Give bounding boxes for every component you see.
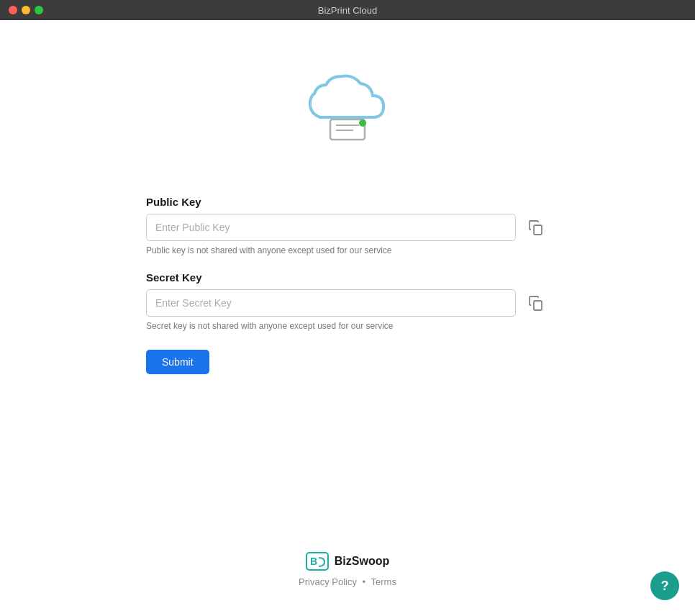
footer-links: Privacy Policy • Terms <box>299 576 396 587</box>
secret-key-hint: Secret key is not shared with anyone exc… <box>146 321 549 331</box>
footer-brand-name: BizSwoop <box>335 555 389 568</box>
footer-separator: • <box>363 576 366 587</box>
terms-link[interactable]: Terms <box>371 576 396 587</box>
bizswoop-logo-icon: B <box>306 552 329 571</box>
public-key-label: Public Key <box>146 196 549 208</box>
footer-brand: B BizSwoop <box>306 552 389 571</box>
secret-key-input[interactable] <box>146 289 516 317</box>
svg-text:B: B <box>310 556 317 567</box>
app-logo <box>297 63 398 153</box>
svg-point-3 <box>359 119 366 127</box>
copy-icon <box>527 294 545 312</box>
copy-icon <box>527 219 545 236</box>
help-button[interactable]: ? <box>650 571 679 600</box>
svg-rect-4 <box>534 225 542 235</box>
secret-key-label: Secret Key <box>146 271 549 284</box>
svg-rect-5 <box>534 301 542 310</box>
main-content: Public Key Public key is not shared with… <box>0 20 695 616</box>
minimize-button[interactable] <box>22 6 30 14</box>
public-key-input[interactable] <box>146 214 516 241</box>
window-controls <box>9 6 43 14</box>
privacy-policy-link[interactable]: Privacy Policy <box>299 576 357 587</box>
key-form: Public Key Public key is not shared with… <box>146 196 549 374</box>
window-title: BizPrint Cloud <box>318 5 377 16</box>
close-button[interactable] <box>9 6 17 14</box>
copy-public-key-button[interactable] <box>523 214 549 240</box>
titlebar: BizPrint Cloud <box>0 0 695 20</box>
public-key-hint: Public key is not shared with anyone exc… <box>146 245 549 255</box>
submit-button[interactable]: Submit <box>146 350 209 374</box>
maximize-button[interactable] <box>35 6 43 14</box>
footer: B BizSwoop Privacy Policy • Terms <box>299 530 396 616</box>
public-key-row <box>146 214 549 241</box>
copy-secret-key-button[interactable] <box>523 290 549 316</box>
secret-key-row <box>146 289 549 317</box>
